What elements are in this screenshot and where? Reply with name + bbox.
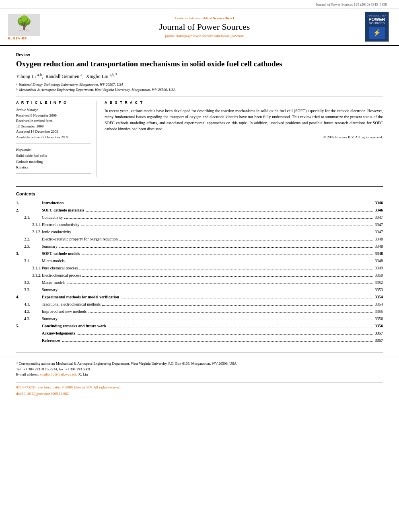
- abstract-heading: A B S T R A C T: [105, 101, 383, 105]
- toc-number: 2.1.1.: [16, 221, 42, 228]
- toc-number: 3.: [16, 250, 42, 257]
- toc-item: 3.SOFC cathode models3348: [16, 250, 383, 257]
- toc-title-text: Introduction: [42, 200, 64, 206]
- toc-dots: [121, 298, 373, 298]
- keyword-3: Kinetics: [16, 164, 91, 170]
- toc-item: 2.3.Summary3348: [16, 243, 383, 250]
- toc-item: 1.Introduction3346: [16, 199, 383, 207]
- toc-number: 4.2.: [16, 308, 42, 315]
- toc-page-number: 3346: [375, 200, 383, 206]
- toc-title-cell: Summary3348: [42, 243, 383, 250]
- toc-title-text: Conductivity: [42, 214, 63, 221]
- history-label: Article history:: [16, 108, 91, 112]
- toc-title-cell: Traditional electrochemical methods3354: [42, 301, 383, 308]
- toc-dots: [108, 327, 373, 327]
- keyword-1: Solid oxide fuel cells: [16, 153, 91, 158]
- sup-a2: a: [80, 72, 82, 77]
- toc-number: [16, 337, 42, 344]
- toc-title-text: SOFC cathode models: [42, 251, 80, 257]
- toc-title-text: Pure chemical process: [42, 265, 78, 271]
- toc-dots: [81, 226, 373, 226]
- toc-dots: [64, 218, 373, 219]
- toc-title-cell: Introduction3346: [42, 199, 383, 207]
- toc-number: 2.1.2.: [16, 228, 42, 236]
- sup-star: *: [115, 72, 117, 77]
- toc-title-cell: Macro-models3352: [42, 279, 383, 286]
- toc-dots: [79, 269, 373, 269]
- authors-line: Yihong Li a,b, Randall Gemmen a, Xingbo …: [16, 72, 383, 80]
- toc-dots: [59, 320, 373, 320]
- toc-title-text: Micro-models: [42, 258, 65, 264]
- toc-dots: [59, 247, 373, 248]
- toc-dots: [67, 283, 373, 284]
- toc-dots: [65, 204, 373, 204]
- toc-page-number: 3349: [375, 265, 383, 271]
- toc-number: 4.: [16, 294, 42, 301]
- toc-page-number: 3347: [375, 229, 383, 235]
- toc-item: 4.2.Improved and new methods3355: [16, 308, 383, 315]
- toc-item: 3.1.Micro-models3348: [16, 257, 383, 265]
- toc-page-number: 3352: [375, 279, 383, 286]
- toc-page-number: 3347: [375, 214, 383, 221]
- toc-number: 2.2.: [16, 236, 42, 243]
- toc-title-cell: Pure chemical process3349: [42, 265, 383, 272]
- copyright-line: © 2009 Elsevier B.V. All rights reserved…: [105, 135, 383, 139]
- journal-title: Journal of Power Sources: [44, 22, 365, 32]
- abstract-text: In recent years, various models have bee…: [105, 108, 383, 132]
- toc-dots: [119, 240, 373, 240]
- history-received: Received 8 November 2009: [16, 113, 91, 119]
- toc-title-text: Experimental methods for model verificat…: [42, 294, 119, 300]
- toc-table: 1.Introduction33462.SOFC cathode materia…: [16, 199, 383, 344]
- toc-dots: [86, 211, 373, 212]
- history-revised-label: Received in revised form: [16, 118, 91, 124]
- toc-dots: [82, 276, 373, 277]
- toc-page-number: 3348: [375, 258, 383, 264]
- toc-page-number: 3356: [375, 323, 383, 329]
- toc-dots: [66, 262, 373, 262]
- footer-area: * Corresponding author at: Mechanical & …: [0, 357, 399, 400]
- cover-image: JOURNAL OF POWER SOURCES ⚡: [365, 12, 389, 42]
- keywords-divider: [16, 173, 91, 174]
- toc-title-cell: Ionic conductivity3347: [42, 228, 383, 236]
- toc-page-number: 3357: [375, 330, 383, 337]
- toc-title-cell: SOFC cathode materials3346: [42, 207, 383, 214]
- toc-title-cell: SOFC cathode models3348: [42, 250, 383, 257]
- toc-item: 3.1.2.Electrochemical process3350: [16, 272, 383, 279]
- toc-number: 3.2.: [16, 279, 42, 286]
- contents-heading: Contents: [16, 191, 383, 196]
- toc-title-text: SOFC cathode materials: [42, 207, 84, 214]
- toc-page-number: 3347: [375, 222, 383, 228]
- tel-fax: Tel.: +1 304 293 3111x2324; fax: +1 304 …: [16, 367, 383, 372]
- toc-title-text: Improved and new methods: [42, 308, 86, 315]
- toc-title-cell: Conductivity3347: [42, 214, 383, 221]
- journal-citation: Journal of Power Sources 195 (2010) 3345…: [0, 0, 399, 8]
- toc-title-cell: Concluding remarks and future work3356: [42, 322, 383, 330]
- toc-item: 2.1.2.Ionic conductivity3347: [16, 228, 383, 236]
- toc-title-text: Acknowledgements: [42, 330, 75, 337]
- history-divider: [16, 143, 91, 144]
- toc-title-text: Summary: [42, 316, 58, 322]
- toc-number: [16, 330, 42, 337]
- keyword-2: Cathode modeling: [16, 159, 91, 164]
- toc-page-number: 3357: [375, 337, 383, 344]
- toc-number: 2.3.: [16, 243, 42, 250]
- email-note: E-mail address: xingbo.liu@mail.wvu.edu …: [16, 372, 383, 378]
- toc-item: References3357: [16, 337, 383, 344]
- toc-number: 3.1.2.: [16, 272, 42, 279]
- journal-homepage: journal homepage: www.elsevier.com/locat…: [44, 34, 365, 38]
- toc-item: 2.SOFC cathode materials3346: [16, 207, 383, 214]
- toc-item: 4.3.Summary3356: [16, 315, 383, 322]
- toc-number: 3.1.1.: [16, 265, 42, 272]
- toc-item: 4.Experimental methods for model verific…: [16, 294, 383, 301]
- article-info-abstract: A R T I C L E I N F O Article history: R…: [16, 96, 383, 177]
- journal-center: Contents lists available at ScienceDirec…: [44, 16, 365, 38]
- toc-dots: [88, 312, 373, 313]
- toc-title-cell: Electronic conductivity3347: [42, 221, 383, 228]
- toc-title-text: References: [42, 337, 60, 344]
- toc-number: 3.3.: [16, 286, 42, 294]
- toc-page-number: 3356: [375, 316, 383, 322]
- toc-title-cell: Micro-models3348: [42, 257, 383, 265]
- toc-title-text: Concluding remarks and future work: [42, 323, 106, 329]
- toc-number: 4.3.: [16, 315, 42, 322]
- toc-page-number: 3353: [375, 287, 383, 293]
